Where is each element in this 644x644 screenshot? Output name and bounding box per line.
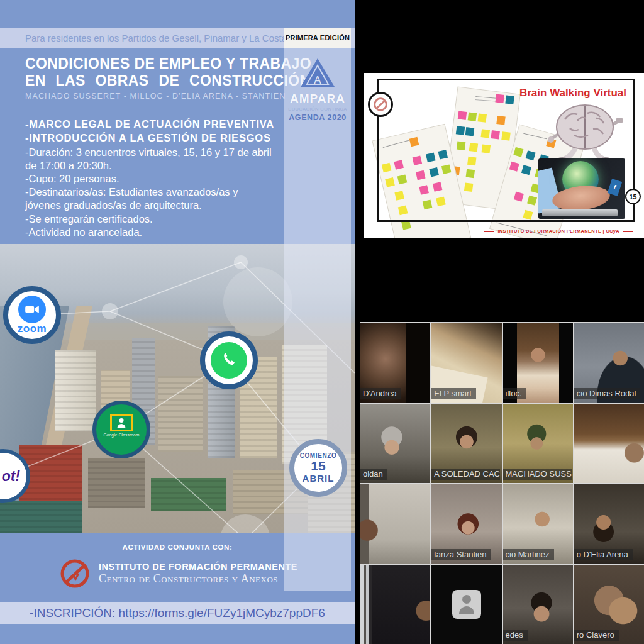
slide-title: Brain Walking Virtual — [519, 87, 626, 99]
video-tile-7[interactable]: MACHADO SUSSERE — [503, 404, 573, 483]
classroom-icon — [110, 414, 133, 431]
video-tile-1[interactable]: D'Andrea — [360, 323, 430, 402]
laptop — [542, 209, 618, 216]
event-title-block: CONDICIONES DE EMPLEO Y TRABAJO EN LAS O… — [25, 55, 289, 101]
ampara-logo: A AMPARA EDUCACIÓN CONTINUA AGENDA 2020 — [284, 57, 351, 122]
residents-note: Para residentes en los Partidos de Gesel… — [25, 33, 287, 43]
video-tile-8[interactable] — [574, 404, 644, 483]
video-tile-6[interactable]: A SOLEDAD CACHO — [431, 404, 501, 483]
video-tile-4[interactable]: cio Dimas Rodal — [574, 323, 644, 402]
video-tile-9[interactable] — [360, 484, 430, 564]
participant-name-label: oldan — [360, 469, 387, 480]
inscription-band: -INSCRIPCIÓN: https://forms.gle/FUZy1jMC… — [0, 602, 355, 624]
video-camera-icon — [18, 296, 46, 323]
participant-name-label: A SOLEDAD CACHO — [431, 469, 500, 480]
participant-name-label: illoc. — [503, 388, 526, 399]
google-classroom-badge: Google Classroom — [92, 401, 150, 458]
video-tile-5[interactable]: oldan — [360, 404, 430, 483]
phone-card-icon: f — [608, 179, 623, 196]
builders-center-name: Centro de Constructores y Anexos — [99, 572, 297, 586]
video-tile-13[interactable] — [360, 565, 430, 644]
kahoot-wordmark: ot! — [2, 468, 20, 485]
ampara-triangle-icon: A — [299, 57, 336, 88]
ccya-slide-badge — [368, 92, 393, 117]
participant-name-label: D'Andrea — [360, 388, 401, 399]
participant-name-label: ro Clavero — [574, 630, 619, 641]
flyer-bottom-band — [0, 624, 355, 644]
video-tile-15[interactable]: edes — [503, 565, 573, 644]
slide-page-number: 15 — [625, 189, 641, 204]
hands-globe-image: f — [538, 158, 625, 219]
participant-grid: D'Andrea El P smart illoc. cio Dimas Rod… — [360, 322, 644, 644]
classroom-label: Google Classroom — [96, 433, 147, 437]
event-title-line1: CONDICIONES DE EMPLEO Y TRABAJO — [25, 55, 289, 72]
zoom-wordmark: zoom — [8, 323, 56, 335]
flyer-top-band — [0, 0, 355, 28]
participant-name-label: tanza Stantien — [431, 549, 491, 560]
edition-badge: PRIMERA EDICIÓN — [284, 28, 351, 48]
video-tile-2[interactable]: El P smart — [431, 323, 501, 402]
video-conference-panel: Brain Walking Virtual f 15 — [355, 0, 644, 644]
event-details: -Duración: 3 encuentros virtuales, 15, 1… — [25, 146, 289, 239]
edition-badge-label: PRIMERA EDICIÓN — [286, 34, 350, 42]
video-tile-14[interactable] — [431, 565, 501, 644]
whatsapp-icon — [211, 342, 247, 379]
ampara-subtitle: EDUCACIÓN CONTINUA — [284, 106, 351, 112]
video-tile-10[interactable]: tanza Stantien — [431, 484, 501, 564]
event-topics: -MARCO LEGAL DE ACTUACIÓN PREVENTIVA -IN… — [25, 117, 274, 145]
participant-name-label: cio Dimas Rodal — [574, 388, 641, 399]
slide-footer: INSTITUTO DE FORMACIÓN PERMANENTE | CCyA — [484, 228, 633, 234]
ampara-wordmark: AMPARA — [284, 92, 351, 106]
hands — [551, 183, 611, 213]
institute-name: INSTITUTO DE FORMACIÓN PERMANENTE — [99, 562, 297, 572]
whatsapp-badge — [200, 331, 258, 389]
participant-name-label: o D'Elia Arena — [574, 549, 633, 560]
event-flyer: Para residentes en los Partidos de Gesel… — [0, 0, 355, 644]
avatar-placeholder-icon — [452, 590, 481, 619]
event-authors: MACHADO SUSSERET - MILLOC - D'ELIA ARENA… — [25, 92, 289, 101]
zoom-badge: zoom — [3, 286, 61, 344]
svg-text:A: A — [314, 74, 321, 86]
ccya-logo — [57, 556, 92, 591]
flyer-right-stripe: A AMPARA EDUCACIÓN CONTINUA AGENDA 2020 — [284, 48, 351, 591]
participant-name-label: cio Martinez — [503, 549, 554, 560]
participant-name-label: El P smart — [431, 388, 476, 399]
video-tile-12[interactable]: o D'Elia Arena — [574, 484, 644, 564]
participant-name-label: MACHADO SUSSERE — [503, 469, 572, 480]
participant-name-label: edes — [503, 630, 528, 641]
event-title-line2: EN LAS OBRAS DE CONSTRUCCIÓN — [25, 72, 289, 89]
walking-brain-illustration — [546, 101, 624, 167]
presentation-slide: Brain Walking Virtual f 15 — [364, 73, 644, 238]
video-tile-3[interactable]: illoc. — [503, 323, 573, 402]
video-tile-11[interactable]: cio Martinez — [503, 484, 573, 564]
ampara-agenda: AGENDA 2020 — [284, 113, 351, 122]
video-tile-16[interactable]: ro Clavero — [574, 565, 644, 644]
start-date-badge: COMIENZO 15 ABRIL — [289, 439, 347, 497]
inscription-url[interactable]: -INSCRIPCIÓN: https://forms.gle/FUZy1jMC… — [30, 606, 325, 620]
screenshot-canvas: Para residentes en los Partidos de Gesel… — [0, 0, 644, 644]
